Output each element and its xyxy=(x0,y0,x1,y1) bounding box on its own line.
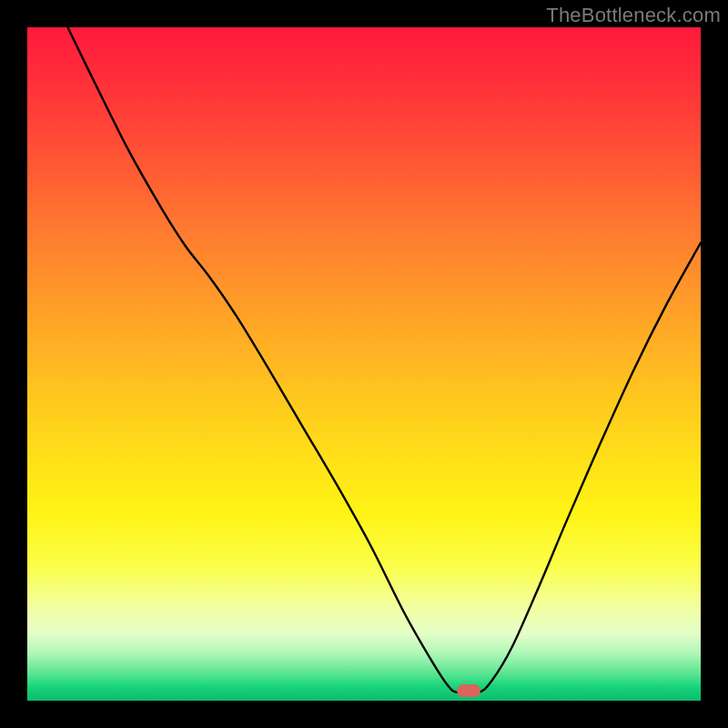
bottleneck-curve xyxy=(27,27,701,701)
chart-stage: TheBottleneck.com xyxy=(0,0,728,728)
watermark-text: TheBottleneck.com xyxy=(546,4,721,27)
plot-area xyxy=(27,27,701,701)
optimal-marker xyxy=(457,684,480,697)
